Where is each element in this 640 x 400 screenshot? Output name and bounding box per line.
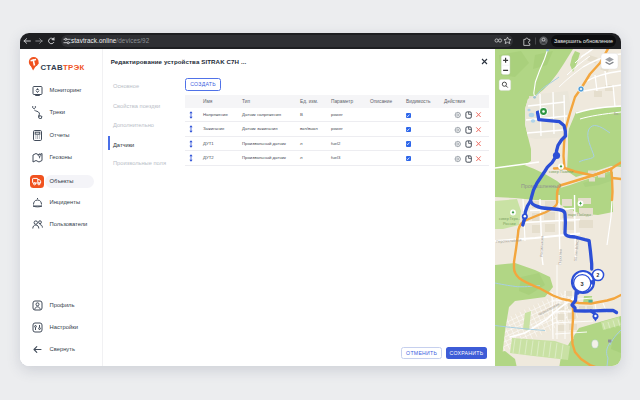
svg-text:Промышленный: Промышленный xyxy=(521,183,561,189)
svg-text:парк Победы: парк Победы xyxy=(568,213,591,217)
svg-text:Пирогова: Пирогова xyxy=(558,249,563,265)
svg-text:России: России xyxy=(503,222,516,226)
svg-text:Ба..: Ба.. xyxy=(614,112,620,116)
svg-text:СТАВ: СТАВ xyxy=(41,63,63,72)
svg-text:сквер Памяти: сквер Памяти xyxy=(549,170,573,174)
svg-text:Рогожникова: Рогожникова xyxy=(540,236,545,257)
svg-text:ТРЭК: ТРЭК xyxy=(63,63,85,72)
svg-text:сквер Геро..: сквер Геро.. xyxy=(499,217,520,221)
svg-text:3: 3 xyxy=(580,281,583,287)
svg-text:2: 2 xyxy=(597,272,600,278)
